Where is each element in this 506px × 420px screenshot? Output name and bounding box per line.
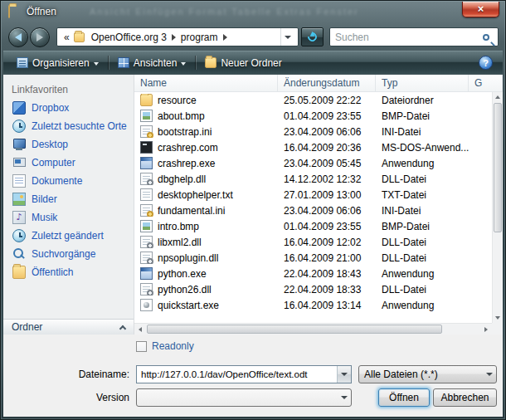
back-arrow-icon bbox=[15, 33, 22, 42]
file-name-cell[interactable]: crashrep.com bbox=[134, 141, 278, 154]
table-row[interactable]: dbghelp.dll14.12.2002 12:32DLL-Datei bbox=[134, 171, 492, 187]
breadcrumb-separator-icon[interactable] bbox=[223, 34, 227, 41]
filename-combobox[interactable]: http://127.0.0.1/dav/OpenOffice/text.odt bbox=[136, 365, 352, 383]
file-date-cell: 25.05.2009 22:22 bbox=[278, 95, 376, 106]
file-name-cell[interactable]: python26.dll bbox=[134, 283, 278, 295]
table-row[interactable]: quickstart.exe16.04.2009 13:14Anwendung bbox=[134, 297, 492, 313]
column-header-type[interactable]: Typ bbox=[376, 75, 469, 91]
table-row[interactable]: python.exe22.04.2009 18:43Anwendung bbox=[134, 266, 492, 281]
table-row[interactable]: resource25.05.2009 22:22Dateiordner bbox=[134, 92, 492, 108]
chevron-down-icon bbox=[341, 373, 348, 376]
table-row[interactable]: crashrep.com16.04.2009 20:36MS-DOS-Anwen… bbox=[134, 139, 492, 155]
file-name-cell[interactable]: crashrep.exe bbox=[134, 157, 278, 169]
file-name-cell[interactable]: resource bbox=[134, 94, 278, 106]
table-row[interactable]: fundamental.ini23.04.2009 06:06INI-Datei bbox=[134, 203, 492, 218]
sidebar-item-desktop[interactable]: Desktop bbox=[3, 135, 134, 154]
column-header-size[interactable]: G bbox=[469, 75, 503, 91]
sidebar-item-pictures[interactable]: Bilder bbox=[3, 190, 134, 208]
table-row[interactable]: about.bmp01.04.2009 23:55BMP-Datei bbox=[134, 108, 492, 124]
sidebar-item-recent-places[interactable]: Zuletzt besuchte Orte bbox=[3, 117, 134, 135]
close-button[interactable]: × bbox=[462, 2, 499, 17]
table-row[interactable]: libxml2.dll16.04.2009 12:02DLL-Datei bbox=[134, 234, 492, 250]
table-row[interactable]: python26.dll22.04.2009 18:33DLL-Datei bbox=[134, 281, 492, 297]
organize-icon bbox=[17, 57, 28, 68]
breadcrumb-separator-icon[interactable] bbox=[172, 34, 176, 41]
column-header-date[interactable]: Änderungsdatum bbox=[278, 75, 376, 91]
table-row[interactable]: npsoplugin.dll16.04.2009 21:00DLL-Datei bbox=[134, 250, 492, 266]
sidebar-item-dropbox[interactable]: Dropbox bbox=[3, 99, 134, 117]
back-button[interactable] bbox=[8, 27, 28, 47]
column-header-name[interactable]: Name bbox=[134, 75, 278, 91]
breadcrumb-segment-openoffice[interactable]: OpenOffice.org 3 bbox=[87, 32, 171, 43]
file-name-cell[interactable]: npsoplugin.dll bbox=[134, 252, 278, 264]
file-date-cell: 16.04.2009 13:14 bbox=[278, 300, 376, 311]
sidebar-item-public[interactable]: Öffentlich bbox=[3, 263, 134, 281]
sidebar-item-label: Dropbox bbox=[32, 102, 69, 114]
file-type-cell: MS-DOS-Anwend... bbox=[376, 142, 469, 154]
vertical-scrollbar[interactable] bbox=[492, 92, 503, 323]
forward-button[interactable] bbox=[30, 27, 50, 47]
filename-value[interactable]: http://127.0.0.1/dav/OpenOffice/text.odt bbox=[137, 369, 337, 379]
scroll-up-button[interactable] bbox=[493, 92, 503, 102]
address-bar[interactable]: « OpenOffice.org 3 program bbox=[56, 27, 299, 46]
version-combobox[interactable] bbox=[136, 388, 352, 407]
table-row[interactable]: desktophelper.txt27.01.2009 13:00TXT-Dat… bbox=[134, 187, 492, 203]
breadcrumb-segment-program[interactable]: program bbox=[177, 32, 222, 43]
readonly-checkbox[interactable] bbox=[136, 341, 147, 352]
version-dropdown-button[interactable] bbox=[338, 396, 351, 399]
filename-dropdown-button[interactable] bbox=[337, 366, 351, 383]
documents-icon bbox=[12, 174, 26, 188]
navigation-bar: « OpenOffice.org 3 program Suchen bbox=[3, 23, 503, 51]
readonly-label[interactable]: Readonly bbox=[152, 340, 194, 352]
file-name-cell[interactable]: quickstart.exe bbox=[134, 299, 278, 311]
sidebar-item-searches[interactable]: Suchvorgänge bbox=[3, 245, 134, 263]
file-type-cell: DLL-Datei bbox=[376, 284, 469, 295]
file-name-cell[interactable]: intro.bmp bbox=[134, 220, 278, 232]
table-row[interactable]: bootstrap.ini23.04.2009 06:06INI-Datei bbox=[134, 124, 492, 139]
sidebar-item-recently-changed[interactable]: Zuletzt geändert bbox=[3, 227, 134, 245]
search-input[interactable]: Suchen bbox=[329, 27, 499, 46]
refresh-button[interactable] bbox=[301, 27, 324, 46]
app-file-icon bbox=[140, 267, 153, 280]
scroll-left-button[interactable] bbox=[134, 324, 146, 335]
file-name-cell[interactable]: desktophelper.txt bbox=[134, 188, 278, 201]
sidebar-item-computer[interactable]: Computer bbox=[3, 154, 134, 172]
open-button[interactable]: Öffnen bbox=[378, 388, 430, 407]
sidebar-item-music[interactable]: Musik bbox=[3, 208, 134, 227]
chevron-down-icon bbox=[181, 62, 186, 66]
address-history-dropdown[interactable] bbox=[280, 28, 294, 46]
file-type-cell: Anwendung bbox=[376, 158, 469, 169]
dll-file-icon bbox=[140, 236, 153, 248]
sidebar-item-documents[interactable]: Dokumente bbox=[3, 172, 134, 190]
horizontal-scroll-thumb[interactable] bbox=[147, 325, 442, 334]
file-name-cell[interactable]: python.exe bbox=[134, 267, 278, 280]
file-name-cell[interactable]: dbghelp.dll bbox=[134, 173, 278, 185]
views-icon bbox=[118, 57, 129, 68]
file-name-cell[interactable]: about.bmp bbox=[134, 110, 278, 122]
open-button-label: Öffnen bbox=[389, 392, 419, 403]
file-name-cell[interactable]: fundamental.ini bbox=[134, 204, 278, 217]
file-name-cell[interactable]: bootstrap.ini bbox=[134, 125, 278, 138]
folders-expander[interactable]: Ordner bbox=[3, 319, 134, 335]
title-bar[interactable]: Öffnen Ansicht Einfügen Format Tabelle E… bbox=[0, 0, 506, 23]
vertical-scroll-thumb[interactable] bbox=[494, 103, 502, 232]
horizontal-scrollbar[interactable] bbox=[134, 323, 492, 335]
new-folder-button[interactable]: Neuer Ordner bbox=[198, 54, 288, 72]
scroll-down-button[interactable] bbox=[493, 313, 503, 323]
table-row[interactable]: crashrep.exe23.04.2009 05:45Anwendung bbox=[134, 155, 492, 171]
file-name: quickstart.exe bbox=[158, 300, 219, 311]
ini-file-icon bbox=[140, 204, 153, 217]
filetype-dropdown-button[interactable] bbox=[483, 373, 496, 376]
views-button[interactable]: Ansichten bbox=[111, 54, 193, 72]
search-icon[interactable] bbox=[483, 34, 489, 41]
cancel-button[interactable]: Abbrechen bbox=[433, 388, 497, 407]
breadcrumb-overflow-chevron[interactable]: « bbox=[61, 32, 73, 43]
filetype-combobox[interactable]: Alle Dateien (*.*) bbox=[358, 365, 497, 383]
file-name-cell[interactable]: libxml2.dll bbox=[134, 236, 278, 248]
organize-button[interactable]: Organisieren bbox=[10, 54, 105, 72]
scroll-right-button[interactable] bbox=[480, 324, 492, 335]
table-row[interactable]: intro.bmp01.04.2009 23:55BMP-Datei bbox=[134, 218, 492, 234]
search-icon bbox=[12, 247, 26, 261]
help-button[interactable]: ? bbox=[479, 56, 493, 70]
forward-arrow-icon bbox=[36, 33, 43, 42]
